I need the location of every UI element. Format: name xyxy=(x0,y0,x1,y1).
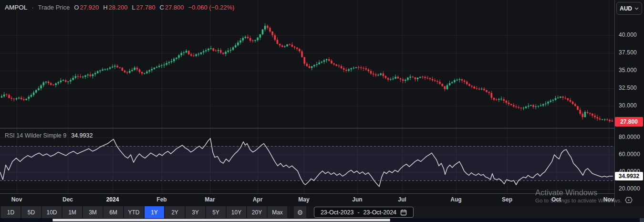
price-tick-label: 40.000 xyxy=(619,32,637,38)
price-tick-label: 37.500 xyxy=(619,49,637,56)
horizontal-scrollbar xyxy=(0,218,644,222)
rsi-tick-label: 60.0000 xyxy=(619,151,640,158)
change-value: −0.060 (−0.22%) xyxy=(188,4,235,11)
ohlc-o: O27.920 xyxy=(74,4,99,11)
date-range-picker[interactable]: 23-Oct-2023 - 23-Oct-2024 xyxy=(314,207,414,218)
scrollbar-corner xyxy=(640,218,644,222)
time-axis-divider xyxy=(0,193,644,194)
rsi-tick-label: 80.0000 xyxy=(619,134,640,140)
series-label: Trade Price xyxy=(38,4,70,11)
range-button-20y[interactable]: 20Y xyxy=(247,206,267,218)
time-axis[interactable]: NovDec2024FebMarAprMayJunJulAugSepOctNov xyxy=(0,193,614,206)
rsi-tick-label: 20.0000 xyxy=(619,185,640,192)
date-separator: - xyxy=(357,209,359,216)
time-axis-label-mar[interactable]: Mar xyxy=(205,196,215,203)
rsi-current-value: 34.9932 xyxy=(71,132,93,139)
time-axis-label-jul[interactable]: Jul xyxy=(398,196,406,203)
range-button-3m[interactable]: 3M xyxy=(83,206,103,218)
range-button-10y[interactable]: 10Y xyxy=(227,206,246,218)
time-axis-label-dec[interactable]: Dec xyxy=(62,196,73,203)
chart-settings-gear-icon[interactable]: ⚙ xyxy=(294,206,306,218)
ohlc-l: L27.780 xyxy=(132,4,155,11)
range-button-max[interactable]: Max xyxy=(268,206,287,218)
pane-divider[interactable] xyxy=(0,128,644,128)
price-axis[interactable]: AUD 40.00037.50035.00032.50030.000 27.80… xyxy=(615,0,644,206)
time-axis-label-nov[interactable]: Nov xyxy=(603,196,614,203)
range-button-5y[interactable]: 5Y xyxy=(206,206,226,218)
ohlc-c: C27.800 xyxy=(159,4,184,11)
price-tick-label: 35.000 xyxy=(619,67,637,74)
chevron-down-icon xyxy=(634,7,639,10)
range-button-3y[interactable]: 3Y xyxy=(186,206,205,218)
trading-chart-app: AMPOL · Trade Price O27.920H28.200L27.78… xyxy=(0,0,644,222)
ohlc-values: O27.920H28.200L27.780C27.800 xyxy=(74,4,184,11)
time-axis-label-sep[interactable]: Sep xyxy=(502,196,512,203)
currency-label: AUD xyxy=(620,5,632,12)
price-tick-label: 30.000 xyxy=(619,102,637,109)
range-button-1m[interactable]: 1M xyxy=(62,206,82,218)
price-tick-label: 32.500 xyxy=(619,85,637,91)
range-button-6m[interactable]: 6M xyxy=(104,206,123,218)
symbol-name[interactable]: AMPOL xyxy=(5,4,27,11)
range-button-1d[interactable]: 1D xyxy=(1,206,21,218)
range-button-2y[interactable]: 2Y xyxy=(165,206,185,218)
time-axis-label-jun[interactable]: Jun xyxy=(352,196,362,203)
date-to: 23-Oct-2024 xyxy=(364,209,396,216)
time-axis-label-nov[interactable]: Nov xyxy=(11,196,22,203)
time-axis-label-feb[interactable]: Feb xyxy=(156,196,166,203)
time-axis-label-apr[interactable]: Apr xyxy=(253,196,263,203)
range-button-10d[interactable]: 10D xyxy=(42,206,62,218)
scrollbar-thumb[interactable] xyxy=(52,219,390,222)
calendar-icon xyxy=(400,209,407,216)
legend-separator: · xyxy=(31,4,33,11)
range-buttons: 1D5D10D1M3M6MYTD1Y2Y3Y5Y10Y20YMax xyxy=(1,206,287,218)
price-chart-pane[interactable] xyxy=(0,0,614,128)
time-axis-label-2024[interactable]: 2024 xyxy=(106,196,119,203)
rsi-legend: RSI 14 Wilder Simple 9 34.9932 xyxy=(5,132,93,139)
range-button-5d[interactable]: 5D xyxy=(21,206,41,218)
axis-settings-icon[interactable] xyxy=(623,195,634,205)
range-button-1y[interactable]: 1Y xyxy=(145,206,164,218)
time-axis-label-oct[interactable]: Oct xyxy=(551,196,561,203)
currency-selector[interactable]: AUD xyxy=(616,2,642,15)
last-price-badge: 27.800 xyxy=(615,117,643,127)
range-button-ytd[interactable]: YTD xyxy=(124,206,144,218)
rsi-title[interactable]: RSI 14 Wilder Simple 9 xyxy=(5,132,66,139)
ohlc-h: H28.200 xyxy=(103,4,127,11)
symbol-legend: AMPOL · Trade Price O27.920H28.200L27.78… xyxy=(5,4,234,11)
range-toolbar: 1D5D10D1M3M6MYTD1Y2Y3Y5Y10Y20YMax ⚙ 23-O… xyxy=(0,206,644,218)
rsi-value-badge: 34.9932 xyxy=(615,172,643,180)
date-from: 23-Oct-2023 xyxy=(321,209,353,216)
time-axis-label-may[interactable]: May xyxy=(298,196,309,203)
time-axis-label-aug[interactable]: Aug xyxy=(450,196,461,203)
